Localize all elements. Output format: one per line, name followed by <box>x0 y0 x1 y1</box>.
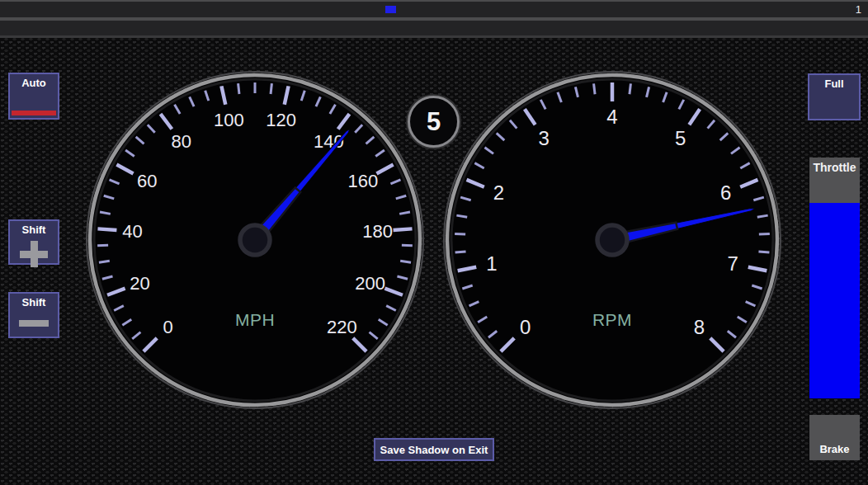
speedometer-gauge: 020406080100120140160180200220MPH <box>86 71 424 409</box>
gauge-tick-label: 2 <box>493 181 504 204</box>
gauge-tick-label: 200 <box>355 273 385 294</box>
auto-indicator-bar <box>12 111 56 115</box>
top-slider-thumb[interactable] <box>385 6 396 13</box>
minus-icon <box>19 320 49 327</box>
gauge-tick-label: 0 <box>520 316 531 338</box>
gauge-tick-label: 220 <box>327 317 357 337</box>
gauge-minor-tick <box>455 234 465 235</box>
gauge-tick-label: 20 <box>130 273 149 294</box>
gauge-hub <box>240 225 270 255</box>
full-button-label: Full <box>809 78 859 90</box>
brake-button[interactable]: Brake <box>809 415 860 460</box>
gauge-minor-tick <box>99 261 110 262</box>
gauge-tick-label: 0 <box>163 317 173 337</box>
gauge-minor-tick <box>594 83 596 94</box>
gauge-minor-tick <box>759 234 770 235</box>
gauge-tick-label: 120 <box>266 110 296 130</box>
shift-down-button-label: Shift <box>10 296 58 308</box>
shift-up-button[interactable]: Shift <box>8 219 59 265</box>
gauge-tick-label: 6 <box>720 181 731 204</box>
top-bar-divider <box>0 35 868 38</box>
gauge-tick-label: 40 <box>122 221 142 242</box>
gauge-major-tick <box>97 228 116 230</box>
plus-icon <box>20 244 48 264</box>
gauge-tick-label: 4 <box>606 106 617 128</box>
throttle-label: Throttle <box>809 161 860 174</box>
tachometer-gauge: 012345678RPM <box>443 71 781 409</box>
brake-button-label: Brake <box>819 443 849 455</box>
save-shadow-button[interactable]: Save Shadow on Exit <box>374 438 494 461</box>
shift-up-button-label: Shift <box>10 224 58 236</box>
full-throttle-button[interactable]: Full <box>808 73 861 120</box>
top-slider-track[interactable]: 1 <box>0 2 868 17</box>
auto-button-label: Auto <box>10 77 58 89</box>
throttle-fill <box>809 203 860 398</box>
gauge-tick-label: 80 <box>171 131 191 152</box>
gauge-minor-tick <box>455 252 466 252</box>
gauge-unit-label: RPM <box>592 310 632 329</box>
gauge-minor-tick <box>456 215 467 217</box>
auto-button[interactable]: Auto <box>8 73 59 120</box>
gauge-minor-tick <box>400 261 411 262</box>
gauge-tick-label: 100 <box>214 110 244 130</box>
gauge-minor-tick <box>630 83 631 94</box>
gauge-tick-label: 1 <box>486 252 497 275</box>
gauge-minor-tick <box>757 215 768 217</box>
gauge-hub <box>597 225 627 255</box>
gauge-minor-tick <box>271 83 271 94</box>
dashboard-screen: 1 Auto Shift Shift 5 0204060801001201401… <box>0 0 868 485</box>
gauge-tick-label: 3 <box>539 127 550 149</box>
top-slider-value: 1 <box>856 2 861 17</box>
save-shadow-button-label: Save Shadow on Exit <box>380 444 488 456</box>
secondary-bar[interactable] <box>0 21 868 35</box>
gauge-minor-tick <box>758 252 769 252</box>
gauge-tick-label: 160 <box>347 171 378 191</box>
gauge-unit-label: MPH <box>235 310 275 329</box>
gauge-tick-label: 60 <box>137 171 157 191</box>
gauge-tick-label: 7 <box>727 252 738 275</box>
gauge-tick-label: 8 <box>694 316 705 338</box>
gauge-tick-label: 5 <box>675 127 686 149</box>
gauge-tick-label: 180 <box>362 221 393 242</box>
gauge-major-tick <box>394 228 413 230</box>
top-bars: 1 <box>0 0 868 38</box>
gauge-minor-tick <box>238 83 239 94</box>
throttle-slider[interactable]: Throttle <box>809 158 860 398</box>
gear-value: 5 <box>427 107 441 137</box>
shift-down-button[interactable]: Shift <box>8 292 59 338</box>
